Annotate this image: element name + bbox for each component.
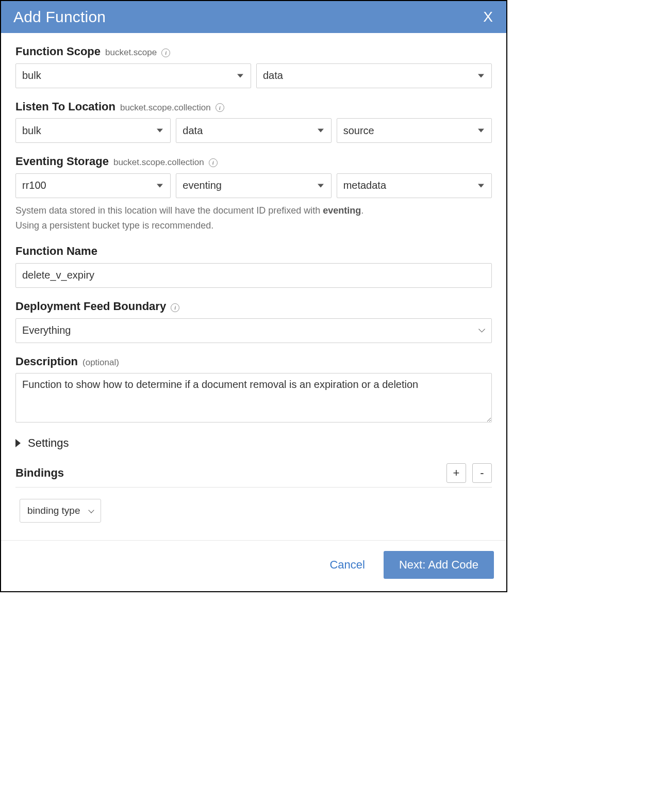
eventing-storage-bucket-value: rr100 (22, 180, 46, 191)
eventing-storage-helper-2: Using a persistent bucket type is recomm… (15, 218, 492, 233)
feed-boundary-select[interactable]: Everything (15, 318, 492, 343)
feed-boundary-label: Deployment Feed Boundary i (15, 299, 492, 314)
listen-to-bucket-select[interactable]: bulk (15, 118, 171, 143)
function-scope-section: Function Scope bucket.scope i bulk data (15, 44, 492, 88)
eventing-storage-helper-bold: eventing (323, 205, 361, 216)
eventing-storage-scope-value: eventing (183, 180, 222, 191)
dialog-footer: Cancel Next: Add Code (1, 540, 506, 591)
function-name-label: Function Name (15, 244, 492, 259)
description-textarea[interactable] (15, 373, 492, 423)
next-add-code-button[interactable]: Next: Add Code (384, 551, 494, 579)
eventing-storage-title: Eventing Storage (15, 155, 109, 168)
eventing-storage-collection-select[interactable]: metadata (337, 173, 492, 198)
function-scope-label: Function Scope bucket.scope i (15, 44, 492, 59)
dialog-title: Add Function (13, 8, 106, 26)
settings-toggle[interactable]: Settings (15, 436, 492, 450)
function-scope-bucket-select[interactable]: bulk (15, 63, 251, 88)
eventing-storage-bucket-select[interactable]: rr100 (15, 173, 171, 198)
feed-boundary-value: Everything (22, 324, 71, 336)
feed-boundary-section: Deployment Feed Boundary i Everything (15, 299, 492, 343)
description-section: Description (optional) (15, 354, 492, 426)
info-icon[interactable]: i (171, 303, 179, 312)
remove-binding-button[interactable]: - (472, 463, 492, 483)
chevron-down-icon (478, 184, 484, 187)
listen-to-label: Listen To Location bucket.scope.collecti… (15, 100, 492, 115)
listen-to-collection-select[interactable]: source (337, 118, 492, 143)
chevron-down-icon (157, 184, 163, 187)
bindings-buttons: + - (446, 463, 492, 483)
add-function-dialog: Add Function X Function Scope bucket.sco… (0, 0, 507, 592)
description-label: Description (optional) (15, 354, 492, 369)
chevron-down-icon (318, 184, 324, 187)
listen-to-scope-select[interactable]: data (176, 118, 331, 143)
info-icon[interactable]: i (161, 48, 170, 57)
eventing-storage-helper: System data stored in this location will… (15, 203, 492, 233)
cancel-button[interactable]: Cancel (326, 558, 368, 572)
chevron-down-icon (478, 326, 485, 332)
listen-to-bucket-value: bulk (22, 125, 41, 137)
info-icon[interactable]: i (216, 103, 224, 112)
listen-to-scope-value: data (183, 125, 203, 137)
settings-label: Settings (28, 436, 69, 450)
listen-to-collection-value: source (343, 125, 374, 137)
feed-boundary-title: Deployment Feed Boundary (15, 300, 166, 313)
function-scope-scope-value: data (263, 70, 283, 82)
function-name-title: Function Name (15, 245, 97, 257)
function-scope-title: Function Scope (15, 45, 101, 58)
dialog-header: Add Function X (1, 1, 506, 33)
description-optional: (optional) (82, 358, 119, 367)
chevron-down-icon (478, 129, 484, 133)
add-binding-button[interactable]: + (446, 463, 466, 483)
function-scope-hint: bucket.scope (105, 47, 157, 57)
dialog-body: Function Scope bucket.scope i bulk data … (1, 33, 506, 540)
eventing-storage-scope-select[interactable]: eventing (176, 173, 331, 198)
eventing-storage-section: Eventing Storage bucket.scope.collection… (15, 154, 492, 233)
binding-type-value: binding type (27, 505, 80, 516)
chevron-down-icon (318, 129, 324, 133)
binding-type-select[interactable]: binding type (20, 499, 101, 523)
info-icon[interactable]: i (209, 158, 218, 167)
chevron-down-icon (157, 129, 163, 133)
bindings-title: Bindings (15, 466, 64, 480)
eventing-storage-helper-suffix: . (361, 205, 363, 216)
listen-to-hint: bucket.scope.collection (120, 103, 211, 112)
listen-to-title: Listen To Location (15, 100, 115, 113)
function-scope-scope-select[interactable]: data (256, 63, 492, 88)
eventing-storage-collection-value: metadata (343, 180, 386, 191)
eventing-storage-label: Eventing Storage bucket.scope.collection… (15, 154, 492, 169)
triangle-right-icon (15, 439, 21, 447)
eventing-storage-hint: bucket.scope.collection (113, 157, 204, 167)
eventing-storage-helper-1: System data stored in this location will… (15, 205, 323, 216)
description-title: Description (15, 355, 78, 368)
bindings-header: Bindings + - (15, 463, 492, 488)
function-name-input[interactable] (15, 263, 492, 288)
function-scope-bucket-value: bulk (22, 70, 41, 82)
close-icon[interactable]: X (483, 9, 493, 25)
function-name-section: Function Name (15, 244, 492, 288)
chevron-down-icon (237, 74, 243, 77)
chevron-down-icon (478, 74, 484, 77)
chevron-down-icon (89, 507, 94, 513)
listen-to-section: Listen To Location bucket.scope.collecti… (15, 100, 492, 143)
